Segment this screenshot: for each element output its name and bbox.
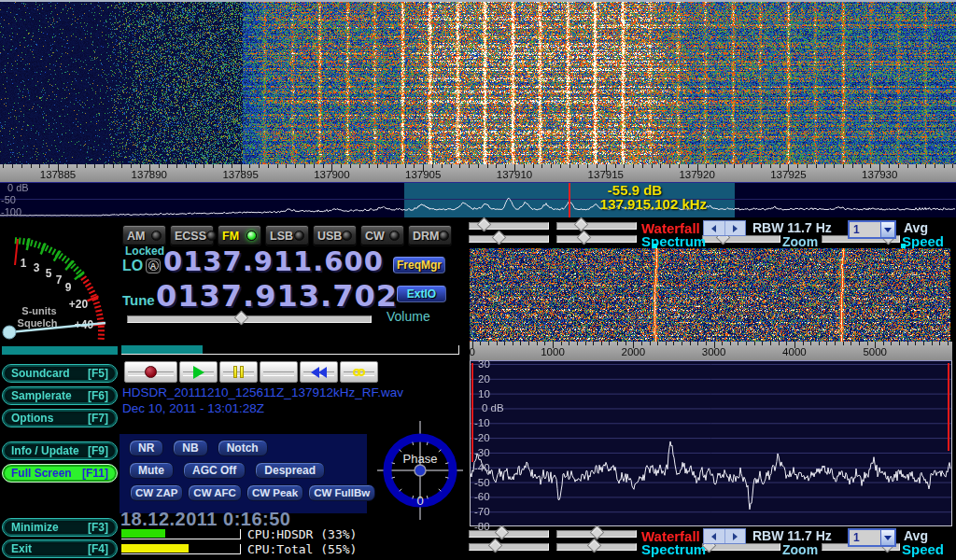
waterfall-slider-b[interactable] [556, 530, 637, 538]
audio-frequency-scale[interactable]: 010002000300040005000 [470, 342, 952, 360]
lo-lock-button[interactable]: A [146, 259, 161, 273]
dsp-button-agc-off[interactable]: AGC Off [183, 462, 246, 479]
freq-scale-label: 137910 [497, 169, 532, 180]
right-controls-top: WaterfallSpectrumRBW 11.7 HzZoomAvgSpeed… [467, 220, 956, 248]
spectrum-slider-a[interactable] [469, 543, 549, 551]
side-button-key: [F6] [88, 389, 108, 402]
dsp-button-nr[interactable]: NR [129, 440, 163, 456]
waterfall-slider-a[interactable] [469, 530, 549, 538]
mode-led [342, 231, 352, 241]
dsp-button-label: CW AFC [193, 487, 236, 498]
spinner-decrease-button[interactable] [704, 529, 725, 543]
freq-scale-label: 137890 [132, 169, 167, 180]
dsp-row: NRNBNotch [120, 440, 268, 457]
squelch-level-bar[interactable] [2, 346, 118, 355]
side-button-minimize[interactable]: Minimize[F3] [2, 518, 118, 537]
spectrum-slider-a[interactable] [469, 235, 549, 243]
side-button-full-screen[interactable]: Full Screen[F11] [2, 464, 118, 483]
slider-thumb[interactable] [590, 525, 605, 540]
avg-select[interactable]: 1 [848, 528, 896, 547]
spectrum-view-label[interactable]: Spectrum [641, 541, 706, 557]
side-button-key: [F5] [88, 367, 108, 380]
spectrum-slider-b[interactable] [556, 543, 637, 551]
waterfall-slider-b[interactable] [556, 222, 637, 230]
main-frequency-scale[interactable]: 1378851378901378951379001379051379101379… [0, 164, 956, 182]
side-button-exit[interactable]: Exit[F4] [2, 539, 118, 558]
spinner-increase-button[interactable] [725, 529, 746, 543]
freq-scale-label: 137925 [770, 169, 806, 180]
dsp-button-notch[interactable]: Notch [218, 440, 268, 456]
main-spectrum-strip[interactable]: 0 dB-50-100 -55.9 dB 137.915.102 kHz [0, 182, 956, 217]
waterfall-slider-a[interactable] [469, 222, 549, 230]
stop-button[interactable] [260, 361, 298, 383]
spectrum-view-label[interactable]: Spectrum [641, 233, 706, 249]
dsp-button-despread[interactable]: Despread [255, 462, 325, 479]
main-waterfall-display[interactable] [0, 0, 956, 164]
cpu-total-bar-fill [121, 544, 189, 553]
spinner-increase-button[interactable] [725, 221, 746, 235]
slider-thumb[interactable] [495, 525, 510, 540]
zoom-slider[interactable] [702, 235, 780, 243]
mode-led [206, 231, 217, 241]
mode-button-usb[interactable]: USB [313, 225, 357, 246]
pause-bar [233, 366, 237, 378]
mode-button-ecss[interactable]: ECSS [170, 225, 214, 246]
dsp-row: MuteAGC OffDespread [120, 462, 325, 480]
record-button[interactable] [124, 361, 177, 383]
rbw-spinner[interactable] [703, 220, 746, 236]
lo-frequency-display[interactable]: 0137.911.600 [163, 248, 384, 275]
slider-thumb[interactable] [477, 217, 492, 232]
zoom-slider[interactable] [702, 543, 780, 551]
db-axis-label: -40 [474, 462, 490, 473]
audio-spectrum-display[interactable]: 3020100 dB-10-20-30-40-50-60-70-80 [470, 360, 952, 526]
mode-button-label: DRM [413, 230, 439, 243]
mode-button-am[interactable]: AM [122, 225, 166, 246]
mode-button-drm[interactable]: DRM [408, 225, 452, 246]
pause-button[interactable] [219, 361, 258, 383]
play-button[interactable] [179, 361, 218, 383]
avg-select[interactable]: 1 [848, 220, 896, 239]
slider-thumb[interactable] [587, 539, 602, 553]
tune-frequency-display[interactable]: 0137.913.702 [156, 281, 398, 311]
dsp-button-cw-peak[interactable]: CW Peak [246, 484, 303, 501]
dropdown-arrow-button[interactable] [880, 222, 894, 237]
dsp-button-cw-fullbw[interactable]: CW FullBw [308, 484, 375, 501]
db-axis-label: 0 dB [482, 402, 504, 413]
loop-button[interactable] [340, 361, 378, 383]
pause-bar [240, 366, 244, 378]
side-button-info-update[interactable]: Info / Update[F9] [2, 441, 118, 460]
volume-slider[interactable] [127, 315, 372, 323]
side-button-samplerate[interactable]: Samplerate[F6] [2, 386, 118, 405]
side-button-soundcard[interactable]: Soundcard[F5] [2, 364, 118, 383]
dsp-button-mute[interactable]: Mute [129, 462, 174, 479]
mode-button-fm[interactable]: FM [218, 225, 261, 246]
audio-waterfall-display[interactable] [470, 248, 950, 342]
mode-button-lsb[interactable]: LSB [265, 225, 309, 246]
dropdown-arrow-button[interactable] [880, 530, 894, 545]
needle-pivot [3, 326, 16, 339]
s-meter[interactable]: 1 3 5 7 9 +20 +40 S-units Squelch [2, 224, 116, 343]
dsp-button-nb[interactable]: NB [173, 440, 207, 456]
spectrum-slider-b[interactable] [556, 235, 637, 243]
mode-button-cw[interactable]: CW [360, 225, 404, 246]
hdsdr-window: 1378851378901378951379001379051379101379… [0, 0, 956, 560]
record-icon [145, 366, 157, 378]
play-icon [193, 366, 204, 379]
rewind-button[interactable] [300, 361, 338, 383]
slider-thumb[interactable] [488, 539, 503, 553]
dsp-button-cw-afc[interactable]: CW AFC [188, 484, 242, 501]
band-marker-icon [901, 244, 906, 248]
phase-zero-label: 0 [416, 494, 423, 508]
side-button-options[interactable]: Options[F7] [2, 409, 118, 427]
arrow-left-icon [711, 225, 716, 232]
slider-thumb[interactable] [574, 217, 589, 232]
slider-thumb[interactable] [492, 231, 507, 245]
rbw-spinner[interactable] [703, 528, 746, 544]
extio-button[interactable]: ExtIO [397, 286, 446, 302]
dsp-button-cw-zap[interactable]: CW ZAP [130, 484, 183, 501]
side-button-key: [F7] [88, 412, 108, 425]
slider-thumb[interactable] [577, 231, 592, 245]
strip-db-label: -100 [1, 206, 21, 217]
freqmgr-button[interactable]: FreqMgr [393, 257, 445, 273]
spinner-decrease-button[interactable] [704, 221, 725, 235]
